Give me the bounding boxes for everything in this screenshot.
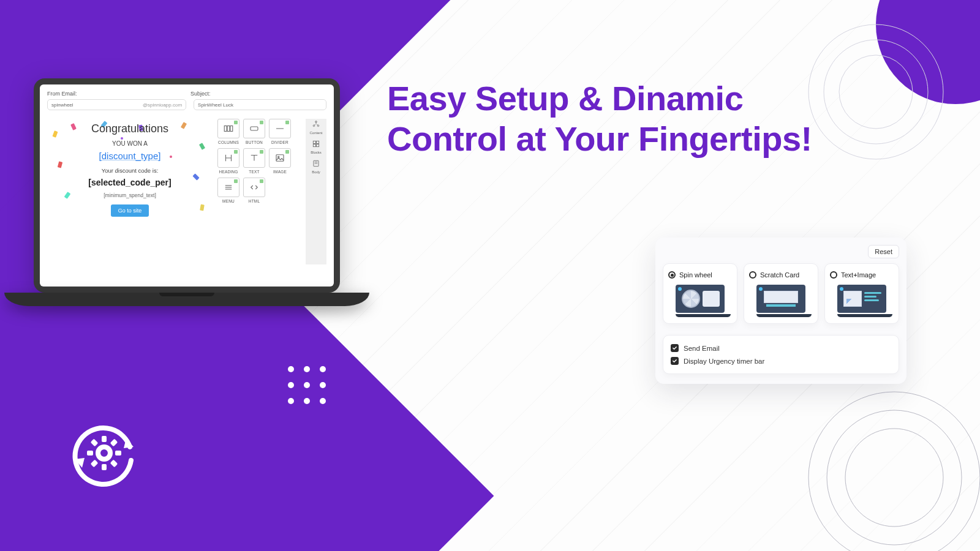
tool-button-label: BUTTON xyxy=(243,140,265,144)
email-builder: From Email: Subject: spinwheel @spinnioa… xyxy=(40,84,334,287)
urgency-timer-label: Display Urgency timer bar xyxy=(684,358,764,365)
tool-divider[interactable]: DIVIDER xyxy=(269,119,291,144)
svg-rect-31 xyxy=(115,451,121,455)
tool-menu-label: MENU xyxy=(217,199,239,203)
from-email-input[interactable]: spinwheel @spinnioapp.com xyxy=(47,99,186,110)
text-image-thumbnail xyxy=(837,285,886,317)
email-preview: Congratulations YOU WON A [discount_type… xyxy=(47,119,213,264)
tab-content[interactable]: Content xyxy=(309,120,322,135)
svg-rect-9 xyxy=(251,127,258,130)
radio-unselected-icon xyxy=(749,271,756,279)
svg-rect-19 xyxy=(313,141,315,143)
preview-title: Congratulations xyxy=(47,122,213,135)
svg-rect-21 xyxy=(313,144,315,147)
tool-heading-label: HEADING xyxy=(217,170,239,174)
svg-rect-35 xyxy=(110,460,118,468)
svg-rect-32 xyxy=(110,439,118,447)
svg-rect-29 xyxy=(102,464,107,470)
tab-blocks-label: Blocks xyxy=(311,151,322,154)
subject-value: SpinWheel Luck xyxy=(198,102,233,108)
side-tabs: Content Blocks Body xyxy=(306,119,326,264)
option-spin-wheel-label: Spin wheel xyxy=(679,271,712,279)
option-scratch-card[interactable]: Scratch Card xyxy=(744,263,818,324)
svg-point-4 xyxy=(827,410,962,545)
tool-menu[interactable]: MENU xyxy=(217,178,239,203)
preview-code-token: [selected_code_per] xyxy=(47,178,213,187)
urgency-timer-checkbox[interactable]: Display Urgency timer bar xyxy=(671,354,891,367)
tool-image[interactable]: IMAGE xyxy=(269,148,291,174)
tool-text[interactable]: TEXT xyxy=(243,148,265,174)
headline: Easy Setup & Dinamic Control at Your Fin… xyxy=(387,78,840,159)
tab-content-label: Content xyxy=(309,131,322,135)
option-scratch-card-label: Scratch Card xyxy=(760,271,799,279)
send-email-checkbox[interactable]: Send Email xyxy=(671,342,891,354)
go-to-site-button[interactable]: Go to site xyxy=(111,204,149,217)
svg-rect-11 xyxy=(276,155,284,162)
svg-rect-8 xyxy=(230,126,233,132)
radio-selected-icon xyxy=(668,271,676,279)
from-email-suffix: @spinnioapp.com xyxy=(143,102,182,108)
tab-blocks[interactable]: Blocks xyxy=(311,140,322,154)
from-email-value: spinwheel xyxy=(51,102,74,108)
svg-point-3 xyxy=(845,429,943,527)
tool-button[interactable]: BUTTON xyxy=(243,119,265,144)
svg-rect-34 xyxy=(91,439,99,447)
corner-rings-br xyxy=(796,380,980,551)
tool-heading[interactable]: HEADING xyxy=(217,148,239,174)
preview-discount-type-token[interactable]: [discount_type] xyxy=(47,151,213,161)
reset-button[interactable]: Reset xyxy=(868,245,899,258)
tool-image-label: IMAGE xyxy=(269,170,291,174)
spin-wheel-thumbnail xyxy=(676,285,725,317)
preview-code-label: Your discount code is: xyxy=(47,167,213,174)
svg-rect-7 xyxy=(227,126,230,132)
tool-html[interactable]: HTML xyxy=(243,178,265,203)
tool-palette: COLUMNS BUTTON DIVIDER xyxy=(213,119,326,264)
laptop-screen: From Email: Subject: spinwheel @spinnioa… xyxy=(34,78,340,293)
toggle-section: Send Email Display Urgency timer bar xyxy=(663,335,899,374)
svg-rect-6 xyxy=(224,126,227,132)
svg-rect-22 xyxy=(317,144,319,147)
checkbox-checked-icon xyxy=(671,344,679,352)
svg-point-0 xyxy=(839,55,913,129)
tab-body[interactable]: Body xyxy=(312,159,320,174)
gear-cycle-icon xyxy=(67,416,141,490)
svg-rect-28 xyxy=(102,436,107,442)
tool-columns-label: COLUMNS xyxy=(217,140,239,144)
dot-grid-icon xyxy=(288,366,330,408)
preview-subtitle: YOU WON A xyxy=(47,140,213,147)
stage: Easy Setup & Dinamic Control at Your Fin… xyxy=(0,0,980,551)
scratch-card-thumbnail xyxy=(756,285,805,317)
svg-rect-30 xyxy=(87,451,93,455)
laptop-base xyxy=(4,293,369,306)
tab-body-label: Body xyxy=(312,170,320,174)
send-email-label: Send Email xyxy=(684,345,720,352)
svg-point-5 xyxy=(809,392,980,551)
svg-point-16 xyxy=(315,121,317,123)
svg-rect-20 xyxy=(317,141,319,143)
settings-card: Reset Spin wheel Scratch Card Text+Image xyxy=(655,238,907,384)
tool-columns[interactable]: COLUMNS xyxy=(217,119,239,144)
subject-input[interactable]: SpinWheel Luck xyxy=(194,99,326,110)
from-email-label: From Email: xyxy=(47,91,181,97)
radio-unselected-icon xyxy=(830,271,837,279)
tool-html-label: HTML xyxy=(243,199,265,203)
option-spin-wheel[interactable]: Spin wheel xyxy=(663,263,737,324)
option-text-image[interactable]: Text+Image xyxy=(824,263,899,324)
subject-label: Subject: xyxy=(190,91,211,97)
laptop-mockup: From Email: Subject: spinwheel @spinnioa… xyxy=(34,78,340,293)
tool-divider-label: DIVIDER xyxy=(269,140,291,144)
svg-point-27 xyxy=(102,451,107,455)
svg-rect-33 xyxy=(91,460,99,468)
option-text-image-label: Text+Image xyxy=(841,271,876,279)
tool-text-label: TEXT xyxy=(243,170,265,174)
preview-min-spend-token: [minimum_spend_text] xyxy=(47,192,213,198)
checkbox-checked-icon xyxy=(671,357,679,365)
